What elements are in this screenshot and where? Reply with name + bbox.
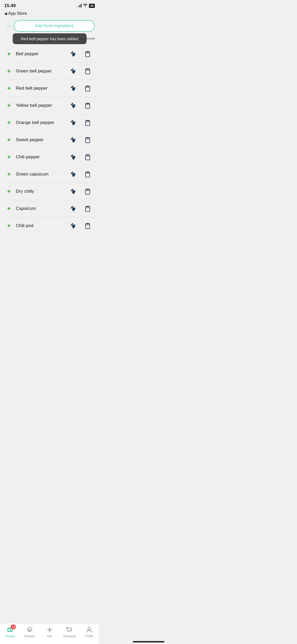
list-item: + Capsicum: [2, 200, 97, 217]
fresh-icon-cell: [66, 119, 81, 126]
ingredient-name: Sweet pepper: [16, 137, 66, 142]
app-store-label: App Store: [8, 11, 27, 16]
ingredient-name: Capsicum: [16, 206, 66, 211]
jar-icon: [84, 50, 91, 58]
add-food-bar[interactable]: Add food ingredient: [14, 20, 95, 32]
list-item: + Red bell pepper: [2, 80, 97, 97]
spacer: [0, 234, 99, 266]
add-ingredient-button[interactable]: +: [4, 101, 14, 110]
leaf-icon: [70, 136, 77, 143]
plus-icon: +: [7, 223, 11, 229]
leaf-icon: [70, 68, 77, 75]
preserved-icon-cell: [81, 102, 95, 109]
list-item: + Green bell pepper: [2, 63, 97, 80]
svg-rect-10: [86, 104, 90, 108]
add-ingredient-button[interactable]: +: [4, 135, 14, 145]
leaf-icon: [70, 171, 77, 178]
plus-icon: +: [7, 188, 11, 195]
preserved-icon-cell: [81, 136, 95, 144]
preserved-icon-cell: [81, 188, 95, 195]
leaf-icon: [70, 50, 77, 57]
jar-icon: [84, 102, 91, 109]
leaf-icon: [70, 85, 77, 92]
add-ingredient-button[interactable]: +: [4, 169, 14, 179]
add-ingredient-button[interactable]: +: [4, 187, 14, 196]
ingredient-name: Green capsicum: [16, 172, 66, 177]
jar-icon: [84, 188, 91, 195]
fresh-icon-cell: [66, 102, 81, 109]
preserved-icon-cell: [81, 171, 95, 178]
fresh-icon-cell: [66, 171, 81, 178]
back-arrow-icon: ←: [6, 22, 12, 29]
svg-rect-16: [86, 138, 90, 143]
back-button[interactable]: ←: [4, 21, 14, 31]
status-icons: 49: [77, 4, 95, 8]
jar-icon: [84, 85, 91, 92]
svg-rect-28: [86, 207, 90, 211]
ingredient-name: Bell pepper: [16, 51, 66, 57]
jar-icon: [84, 205, 91, 212]
list-item: + Yellow bell pepper: [2, 97, 97, 114]
signal-icon: [77, 4, 82, 7]
plus-icon: +: [7, 85, 11, 91]
add-food-label: Add food ingredient: [35, 23, 74, 28]
ingredient-name: Chili pepper: [16, 154, 66, 160]
svg-rect-19: [86, 155, 90, 160]
leaf-icon: [70, 154, 77, 160]
plus-icon: +: [7, 154, 11, 160]
fresh-icon-cell: [66, 50, 81, 57]
list-item: + Bell pepper: [2, 45, 97, 63]
plus-icon: +: [7, 51, 11, 57]
svg-rect-22: [86, 172, 90, 177]
ingredient-list: + Bell pepper + Green bell pepper: [0, 45, 99, 234]
svg-rect-1: [86, 52, 90, 57]
ingredient-name: Red bell pepper: [16, 86, 66, 91]
status-bar: 15:49 49: [0, 0, 99, 10]
fresh-icon-cell: [66, 85, 81, 92]
svg-rect-31: [86, 224, 90, 229]
toast-notification: Red bell pepper has been added: [13, 33, 87, 44]
add-ingredient-button[interactable]: +: [4, 66, 14, 76]
plus-icon: +: [7, 137, 11, 143]
add-ingredient-button[interactable]: +: [4, 118, 14, 127]
ingredient-name: Yellow bell pepper: [16, 103, 66, 108]
add-ingredient-button[interactable]: +: [4, 49, 14, 59]
fresh-icon-cell: [66, 188, 81, 195]
add-ingredient-button[interactable]: +: [4, 84, 14, 93]
status-time: 15:49: [4, 3, 16, 8]
add-ingredient-button[interactable]: +: [4, 221, 14, 231]
leaf-icon: [70, 188, 77, 195]
preserved-icon-cell: [81, 50, 95, 58]
leaf-icon: [70, 205, 77, 212]
add-ingredient-button[interactable]: +: [4, 204, 14, 213]
list-item: + Sweet pepper: [2, 131, 97, 149]
leaf-icon: [70, 119, 77, 126]
plus-icon: +: [7, 119, 11, 126]
fresh-icon-cell: [66, 222, 81, 229]
jar-icon: [84, 119, 91, 126]
app-store-back-arrow-icon: ◀: [4, 11, 7, 16]
app-store-back-bar[interactable]: ◀ App Store: [0, 10, 99, 18]
list-item: + Dry chilly: [2, 183, 97, 200]
fresh-icon-cell: [66, 205, 81, 212]
list-item: + Green capsicum: [2, 166, 97, 183]
fresh-icon-cell: [66, 154, 81, 160]
plus-icon: +: [7, 205, 11, 212]
ingredient-name: Green bell pepper: [16, 68, 66, 74]
plus-icon: +: [7, 171, 11, 177]
jar-icon: [84, 153, 91, 161]
preserved-icon-cell: [81, 67, 95, 75]
add-ingredient-button[interactable]: +: [4, 152, 14, 162]
list-item: + Chili pepper: [2, 149, 97, 166]
plus-icon: +: [7, 102, 11, 109]
fresh-icon-cell: [66, 68, 81, 75]
jar-icon: [84, 67, 91, 75]
list-item: + Chili pod: [2, 217, 97, 234]
svg-rect-13: [86, 121, 90, 126]
svg-rect-7: [86, 86, 90, 91]
preserved-icon-cell: [81, 153, 95, 161]
list-item: + Orange bell pepper: [2, 114, 97, 131]
svg-rect-25: [86, 190, 90, 194]
header-area: ← Add food ingredient Red bell pepper ha…: [0, 18, 99, 35]
ingredient-name: Orange bell pepper: [16, 120, 66, 125]
